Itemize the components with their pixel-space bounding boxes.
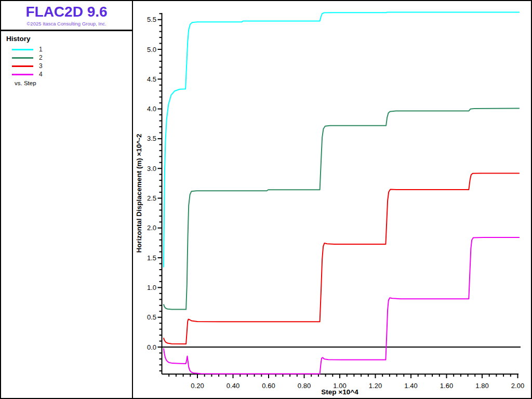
legend-item-4: 4 (12, 70, 132, 78)
x-tick-label: 1.40 (404, 382, 417, 390)
chart-area: 0.00.51.01.52.02.53.03.54.04.55.05.50.20… (133, 1, 532, 398)
y-tick-label: 3.5 (147, 135, 156, 142)
y-tick-label: 0.0 (147, 343, 156, 351)
x-tick-label: 1.20 (369, 382, 382, 390)
history-trace-1 (164, 12, 520, 267)
legend-item-label: 2 (39, 54, 43, 61)
app-title: FLAC2D 9.6 (1, 4, 132, 20)
y-tick-label: 3.0 (147, 165, 156, 172)
y-tick-label: 2.5 (147, 194, 156, 202)
history-trace-2 (164, 109, 520, 310)
y-tick-label: 0.5 (147, 313, 156, 321)
x-axis-title: Step ×10^4 (321, 388, 358, 396)
y-axis-title: Horizontal Displacement (m) ×10^-2 (135, 134, 143, 253)
x-tick-label: 0.80 (298, 382, 311, 390)
legend-line-swatch (12, 65, 33, 67)
history-trace-3 (164, 173, 520, 344)
y-tick-label: 4.5 (147, 75, 156, 83)
y-tick-label: 4.0 (147, 105, 156, 113)
legend-item-label: 3 (39, 62, 43, 70)
y-tick-label: 5.0 (147, 46, 156, 54)
y-tick-label: 1.5 (147, 254, 156, 262)
copyright-text: ©2025 Itasca Consulting Group, Inc. (1, 21, 132, 27)
history-vs-step-chart: 0.00.51.01.52.02.53.03.54.04.55.05.50.20… (133, 1, 532, 398)
legend-item-2: 2 (12, 54, 132, 62)
y-tick-label: 5.5 (147, 16, 156, 23)
vs-step-label: vs. Step (15, 80, 132, 86)
y-tick-label: 2.0 (147, 224, 156, 232)
x-tick-label: 0.60 (262, 382, 275, 390)
legend-item-label: 1 (39, 46, 43, 53)
legend-item-3: 3 (12, 62, 132, 70)
x-tick-label: 2.00 (511, 382, 524, 390)
x-tick-label: 0.20 (191, 382, 204, 390)
x-tick-label: 0.40 (227, 382, 240, 390)
x-tick-label: 1.80 (475, 382, 488, 390)
history-legend: 1234 (12, 45, 132, 78)
flac2d-window: FLAC2D 9.6 ©2025 Itasca Consulting Group… (0, 0, 532, 399)
legend-line-swatch (12, 49, 33, 50)
sidebar-divider (1, 30, 132, 31)
brand-block: FLAC2D 9.6 ©2025 Itasca Consulting Group… (1, 1, 132, 27)
history-trace-4 (164, 237, 520, 374)
y-tick-label: 1.0 (147, 284, 156, 291)
sidebar: FLAC2D 9.6 ©2025 Itasca Consulting Group… (1, 1, 133, 398)
legend-line-swatch (12, 57, 33, 59)
legend-item-label: 4 (39, 71, 43, 78)
legend-title: History (6, 35, 132, 43)
x-tick-label: 1.60 (440, 382, 453, 390)
legend-item-1: 1 (12, 45, 132, 54)
legend-line-swatch (12, 74, 33, 75)
